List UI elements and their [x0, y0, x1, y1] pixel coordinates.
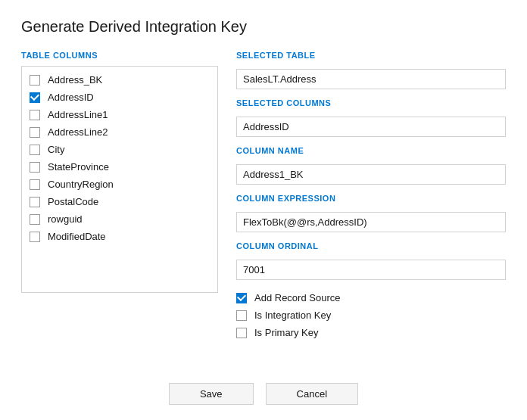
column-item[interactable]: Address_BK — [22, 71, 217, 89]
column-name-group: COLUMN NAME — [236, 146, 506, 185]
selected-table-label: SELECTED TABLE — [236, 51, 506, 60]
content-area: TABLE COLUMNS Address_BKAddressIDAddress… — [21, 51, 506, 368]
options-group: Add Record SourceIs Integration KeyIs Pr… — [236, 292, 506, 338]
column-item-label: StateProvince — [48, 161, 109, 173]
column-item[interactable]: PostalCode — [22, 193, 217, 210]
column-item[interactable]: StateProvince — [22, 158, 217, 176]
option-label: Add Record Source — [254, 292, 340, 303]
column-expression-label: COLUMN EXPRESSION — [236, 194, 506, 203]
column-item-label: AddressLine2 — [48, 126, 108, 138]
column-item[interactable]: CountryRegion — [22, 176, 217, 193]
dialog-container: Generate Derived Integration Key TABLE C… — [0, 0, 527, 420]
selected-columns-label: SELECTED COLUMNS — [236, 98, 506, 107]
table-columns-label: TABLE COLUMNS — [21, 51, 218, 60]
column-ordinal-group: COLUMN ORDINAL — [236, 241, 506, 280]
column-item[interactable]: AddressLine2 — [22, 123, 217, 141]
column-name-label: COLUMN NAME — [236, 146, 506, 155]
column-expression-group: COLUMN EXPRESSION — [236, 194, 506, 232]
column-item-label: ModifiedDate — [48, 231, 106, 242]
dialog-title: Generate Derived Integration Key — [21, 18, 506, 36]
column-checkbox[interactable] — [30, 127, 40, 138]
column-item-label: City — [48, 144, 64, 155]
column-item-label: CountryRegion — [48, 179, 114, 190]
option-label: Is Primary Key — [254, 327, 319, 338]
column-expression-input[interactable] — [236, 212, 506, 232]
column-item[interactable]: City — [22, 141, 217, 158]
column-item-label: Address_BK — [48, 74, 102, 86]
column-item-label: AddressID — [48, 92, 94, 103]
option-row[interactable]: Is Integration Key — [236, 310, 506, 321]
column-checkbox[interactable] — [30, 75, 40, 86]
option-label: Is Integration Key — [254, 310, 331, 321]
column-name-input[interactable] — [236, 164, 506, 185]
column-ordinal-label: COLUMN ORDINAL — [236, 241, 506, 250]
table-columns-list: Address_BKAddressIDAddressLine1AddressLi… — [21, 66, 218, 293]
column-ordinal-input[interactable] — [236, 260, 506, 280]
option-row[interactable]: Is Primary Key — [236, 327, 506, 338]
column-item[interactable]: AddressID — [22, 89, 217, 106]
selected-table-input[interactable] — [236, 69, 506, 89]
column-item-label: rowguid — [48, 213, 83, 225]
column-item[interactable]: ModifiedDate — [22, 228, 217, 245]
column-item-label: AddressLine1 — [48, 109, 108, 120]
option-row[interactable]: Add Record Source — [236, 292, 506, 303]
option-checkbox[interactable] — [236, 310, 247, 321]
column-checkbox[interactable] — [30, 197, 40, 207]
option-checkbox[interactable] — [236, 293, 247, 303]
selected-columns-input[interactable] — [236, 117, 506, 137]
column-checkbox[interactable] — [30, 162, 40, 173]
selected-table-group: SELECTED TABLE — [236, 51, 506, 89]
save-button[interactable]: Save — [169, 383, 254, 405]
column-checkbox[interactable] — [30, 179, 40, 190]
left-panel: TABLE COLUMNS Address_BKAddressIDAddress… — [21, 51, 218, 368]
column-checkbox[interactable] — [30, 110, 40, 120]
cancel-button[interactable]: Cancel — [266, 383, 358, 405]
column-checkbox[interactable] — [30, 92, 40, 103]
selected-columns-group: SELECTED COLUMNS — [236, 98, 506, 137]
right-panel: SELECTED TABLE SELECTED COLUMNS COLUMN N… — [236, 51, 506, 368]
column-item-label: PostalCode — [48, 196, 98, 207]
column-checkbox[interactable] — [30, 145, 40, 155]
column-item[interactable]: AddressLine1 — [22, 106, 217, 123]
column-checkbox[interactable] — [30, 214, 40, 225]
column-item[interactable]: rowguid — [22, 210, 217, 228]
footer: Save Cancel — [21, 383, 506, 405]
option-checkbox[interactable] — [236, 328, 247, 338]
column-checkbox[interactable] — [30, 232, 40, 242]
